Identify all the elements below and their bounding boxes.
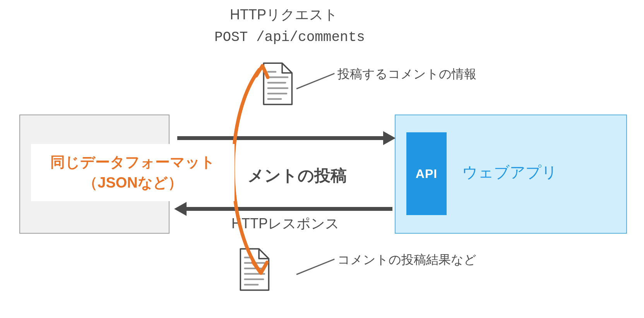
arrow-request-head-icon <box>383 131 396 145</box>
leader-line-icon <box>296 73 334 89</box>
http-request-label: HTTPリクエスト <box>230 5 338 24</box>
arrow-response-head-icon <box>174 202 187 216</box>
response-document-icon <box>236 248 271 292</box>
leader-line-icon <box>296 258 334 275</box>
arrow-request <box>177 136 384 140</box>
http-endpoint-label: POST /api/comments <box>214 29 365 45</box>
same-format-callout: 同じデータフォーマット （JSONなど） <box>31 144 235 201</box>
callout-line2: （JSONなど） <box>83 173 182 193</box>
webapp-label: ウェブアプリ <box>462 162 557 183</box>
api-badge: API <box>406 132 447 215</box>
response-result-annotation: コメントの投稿結果など <box>337 251 476 268</box>
webapp-box: API ウェブアプリ <box>395 115 627 234</box>
request-document-icon <box>259 62 294 107</box>
action-label: メントの投稿 <box>248 165 347 186</box>
arrow-response <box>186 207 392 211</box>
callout-line1: 同じデータフォーマット <box>50 152 215 173</box>
request-payload-annotation: 投稿するコメントの情報 <box>337 66 476 83</box>
http-response-label: HTTPレスポンス <box>231 214 339 233</box>
